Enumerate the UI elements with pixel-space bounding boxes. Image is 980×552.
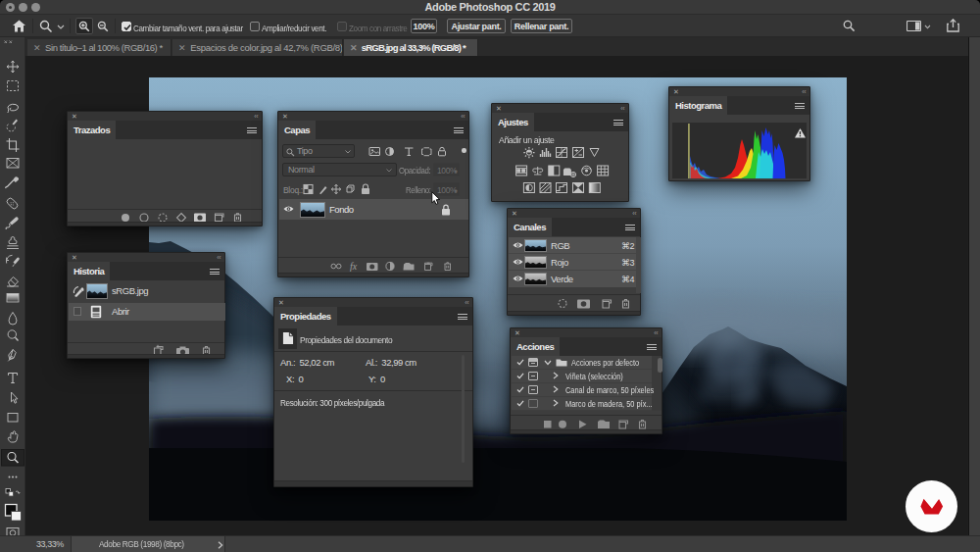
svg-text:fx: fx [350,261,358,272]
